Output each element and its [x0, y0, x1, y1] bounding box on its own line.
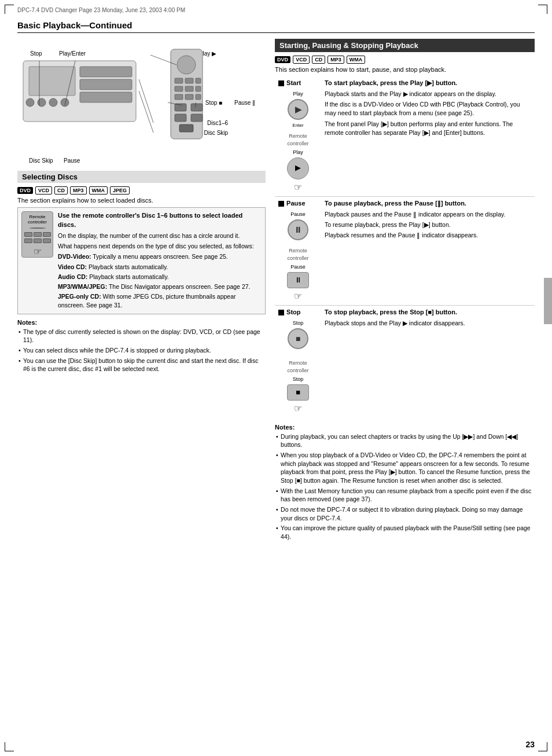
left-note-2: You can select discs while the DPC-7.4 i…: [17, 346, 266, 355]
svg-point-6: [38, 98, 46, 107]
svg-point-10: [177, 56, 196, 74]
rc-btn-disc4: [24, 238, 32, 243]
main-heading: Basic Playback—Continued: [17, 20, 535, 33]
stop-square-icon: [278, 310, 284, 315]
left-notes-list: The type of disc currently selected is s…: [17, 328, 266, 373]
instr-text-title: Use the remote controller's Disc 1–6 but…: [58, 211, 262, 230]
start-btn-label: Play: [278, 90, 318, 98]
start-desc-p2: If the disc is a DVD-Video or Video CD w…: [325, 100, 531, 118]
svg-rect-23: [191, 114, 203, 122]
right-notes: Notes: During playback, you can select c…: [275, 424, 535, 541]
svg-line-30: [139, 79, 153, 123]
stop-desc-cell: To stop playback, press the Stop [■] but…: [321, 306, 535, 418]
start-label: Start: [278, 79, 318, 88]
right-note-3: With the Last Memory function you can re…: [275, 487, 535, 504]
svg-rect-20: [175, 104, 186, 111]
selecting-discs-formats: DVD VCD CD MP3 WMA JPEG: [17, 186, 266, 194]
svg-rect-19: [196, 94, 201, 100]
instr-remote: Remote controller ☞: [21, 211, 53, 258]
label-discskip2: Disc Skip: [29, 157, 53, 164]
left-column: Stop Play/Enter Play ▶: [17, 39, 266, 543]
corner-mark-br: [538, 742, 547, 751]
format-dvd: DVD: [17, 187, 33, 194]
right-formats: DVD VCD CD MP3 WMA: [275, 56, 535, 64]
stop-button: ■: [288, 328, 308, 349]
pause-hand-icon: ☞: [278, 289, 318, 303]
right-format-vcd: VCD: [293, 56, 310, 64]
rc-btn-disc6: [43, 238, 51, 243]
svg-rect-2: [80, 67, 132, 77]
rc-btn-disc2: [34, 232, 42, 237]
right-format-wma: WMA: [347, 56, 366, 64]
stop-rc-stop: Stop: [278, 376, 318, 383]
pause-rc-pause-btn: ⏸: [287, 272, 309, 288]
instr-mp3wma: MP3/WMA/JPEG: The Disc Navigator appears…: [58, 282, 262, 291]
svg-rect-17: [175, 94, 183, 100]
playback-row-stop: Stop Stop ■ Remote controller Stop ■ ☞ T…: [275, 306, 535, 418]
right-note-4: Do not move the DPC-7.4 or subject it to…: [275, 505, 535, 522]
svg-rect-12: [185, 78, 193, 83]
format-mp3: MP3: [70, 186, 87, 194]
corner-mark-tl: [5, 5, 14, 14]
rc-btn-row2: [24, 238, 51, 243]
stop-label: Stop: [278, 308, 318, 317]
svg-rect-14: [175, 86, 183, 91]
right-column: Starting, Pausing & Stopping Playback DV…: [275, 39, 535, 543]
pause-label-text: Pause: [286, 199, 305, 208]
format-wma: WMA: [89, 186, 108, 194]
rc-label: Remote controller: [24, 214, 50, 225]
right-note-5: You can improve the picture quality of p…: [275, 524, 535, 541]
pause-action-cell: Pause Pause ⏸ Remote controller Pause ⏸ …: [275, 196, 321, 305]
right-format-mp3: MP3: [327, 56, 344, 64]
side-tab: [544, 278, 552, 324]
instr-p1: On the display, the number of the curren…: [58, 232, 262, 240]
right-notes-title: Notes:: [275, 424, 535, 431]
device-diagram: Stop Play/Enter Play ▶: [17, 39, 266, 166]
selecting-discs-intro: The section explains how to select loade…: [17, 197, 266, 204]
two-col-layout: Stop Play/Enter Play ▶: [17, 39, 535, 543]
page-content: Basic Playback—Continued Stop Play/Enter…: [17, 20, 535, 739]
rc-btn-disc3: [43, 232, 51, 237]
selecting-discs-header: Selecting Discs: [17, 171, 266, 183]
start-desc-p1: Playback starts and the Play ▶ indicator…: [325, 90, 531, 98]
start-desc-p3: The front panel Play [▶] button performs…: [325, 120, 531, 137]
format-vcd: VCD: [35, 186, 52, 194]
left-notes: Notes: The type of disc currently select…: [17, 319, 266, 373]
stop-hand-icon: ☞: [278, 402, 318, 415]
start-action-cell: Start Play ▶ Enter Remote controller Pla…: [275, 76, 321, 196]
label-pause-remote: Pause ‖: [234, 100, 255, 106]
pause-square-icon: [278, 201, 284, 207]
label-discskip: Disc Skip: [204, 130, 228, 136]
svg-rect-18: [185, 94, 193, 100]
rc-btn-disc5: [34, 238, 42, 243]
start-rc-label: Remote controller: [278, 133, 318, 148]
playback-table: Start Play ▶ Enter Remote controller Pla…: [275, 76, 535, 418]
corner-mark-tr: [538, 5, 547, 14]
stop-rc-label: Remote controller: [278, 359, 318, 375]
instr-videocd: Video CD: Playback starts automatically.: [58, 263, 262, 271]
instr-audiocd: Audio CD: Playback starts automatically.: [58, 273, 262, 281]
stop-action-cell: Stop Stop ■ Remote controller Stop ■ ☞: [275, 306, 321, 418]
svg-rect-4: [80, 92, 132, 102]
pause-rc-label: Remote controller: [278, 247, 318, 262]
playback-row-start: Start Play ▶ Enter Remote controller Pla…: [275, 76, 535, 196]
start-square-icon: [278, 80, 284, 86]
svg-line-31: [139, 91, 153, 133]
svg-rect-13: [196, 78, 201, 83]
device-svg: [17, 39, 214, 166]
instr-jpegcd: JPEG-only CD: With some JPEG CDs, pictur…: [58, 292, 262, 310]
instr-p2: What happens next depends on the type of…: [58, 242, 262, 251]
format-jpeg: JPEG: [110, 186, 130, 194]
playback-row-pause: Pause Pause ⏸ Remote controller Pause ⏸ …: [275, 196, 535, 305]
start-rc-play: Play: [278, 149, 318, 156]
start-enter-label: Enter: [278, 122, 318, 129]
instr-dvdvideo: DVD-Video: Typically a menu appears onsc…: [58, 252, 262, 261]
right-intro: This section explains how to start, paus…: [275, 66, 535, 73]
stop-label-text: Stop: [286, 308, 300, 317]
instruction-box: Remote controller ☞: [17, 207, 266, 314]
pause-desc-p3: Playback resumes and the Pause ‖ indicat…: [325, 231, 531, 240]
pause-spacer: [278, 243, 318, 247]
corner-mark-bl: [5, 742, 14, 751]
right-note-2: When you stop playback of a DVD-Video or…: [275, 451, 535, 485]
selecting-discs-title: Selecting Discs: [22, 173, 261, 181]
